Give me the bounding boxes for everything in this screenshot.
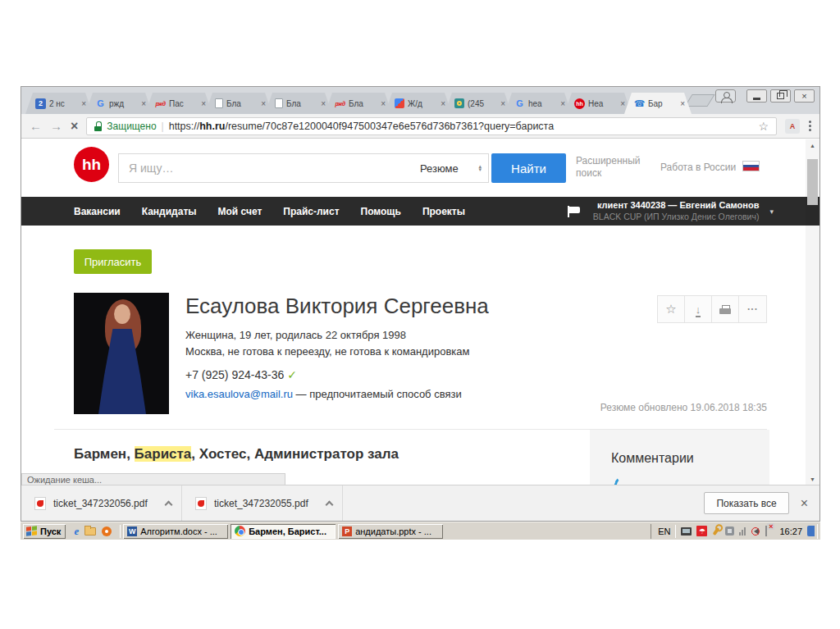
taskbar-item-word[interactable]: W Алгоритм.docx - ...	[123, 524, 228, 539]
tab-close-icon[interactable]: ×	[441, 99, 445, 108]
tab-close-icon[interactable]: ×	[620, 99, 625, 108]
tab-close-icon[interactable]: ×	[141, 99, 146, 108]
bookmark-star-icon[interactable]: ☆	[758, 120, 769, 133]
scrollbar-thumb[interactable]	[807, 159, 818, 205]
task-label: Бармен, Барист...	[249, 526, 326, 536]
candidate-personal: Женщина, 19 лет, родилась 22 октября 199…	[185, 329, 406, 341]
chevron-up-icon[interactable]	[165, 500, 173, 508]
stop-icon[interactable]: ×	[71, 120, 78, 133]
tab-close-icon[interactable]: ×	[201, 99, 206, 108]
avira-umbrella-icon[interactable]: ☂	[696, 526, 707, 536]
profile-icon[interactable]	[715, 89, 736, 103]
verified-check-icon: ✓	[287, 368, 297, 381]
chevron-up-icon[interactable]	[326, 500, 334, 508]
search-type-select[interactable]: Резюме ▴▾	[410, 153, 489, 183]
tab-rzd-blank[interactable]: ржд Бла ×	[325, 93, 392, 114]
russia-flag-icon[interactable]	[742, 161, 760, 171]
muted-speaker-icon[interactable]	[751, 528, 759, 535]
nav-item-pricelist[interactable]: Прайс-лист	[283, 206, 339, 217]
tab-blank-2[interactable]: Бла ×	[265, 93, 332, 114]
language-indicator[interactable]: EN	[658, 526, 670, 536]
email-link[interactable]: vika.esaulova@mail.ru	[185, 388, 293, 400]
alert-flag-icon[interactable]	[765, 526, 774, 536]
tab-google-rzd[interactable]: G ржд ×	[85, 93, 153, 114]
nav-item-projects[interactable]: Проекты	[422, 206, 465, 217]
hh-logo[interactable]: hh	[74, 147, 109, 182]
advanced-search-link[interactable]: Расширенныйпоиск	[576, 155, 641, 180]
tab-railway-map[interactable]: Ж/д ×	[385, 93, 452, 114]
tab-notifications[interactable]: 2 2 нс ×	[25, 93, 93, 114]
phone-icon: ☎	[634, 98, 645, 109]
client-org: BLACK CUP (ИП Улизко Денис Олегович)	[593, 212, 760, 222]
chrome-menu-icon[interactable]	[808, 121, 811, 131]
device-tray-icon[interactable]	[725, 526, 734, 536]
tab-close-icon[interactable]: ×	[560, 99, 565, 108]
folder-icon[interactable]	[84, 527, 96, 536]
tab-headhunter[interactable]: hh Hea ×	[564, 93, 632, 114]
tray-divider	[675, 525, 676, 538]
pdf-extension-icon[interactable]: A	[785, 119, 800, 134]
browser-toolbar: ← → × Защищено | https://hh.ru/resume/70…	[21, 114, 819, 139]
display-tray-icon[interactable]	[681, 527, 692, 536]
forward-icon[interactable]: →	[50, 120, 62, 132]
powerpoint-icon: P	[342, 526, 352, 536]
favorite-button[interactable]: ☆	[658, 296, 685, 322]
key-tray-icon[interactable]	[713, 526, 720, 535]
tab-blank-1[interactable]: Бла ×	[205, 93, 272, 114]
nav-item-candidates[interactable]: Кандидаты	[142, 206, 197, 217]
search-input[interactable]	[118, 153, 411, 183]
maximize-button[interactable]	[770, 89, 791, 103]
tab-rzd-passengers[interactable]: ржд Пас ×	[145, 93, 212, 114]
signal-tray-icon[interactable]	[739, 527, 746, 536]
download-item[interactable]: ticket_347232055.pdf	[182, 485, 343, 521]
tab-close-icon[interactable]: ×	[81, 99, 86, 108]
tab-close-icon[interactable]: ×	[261, 99, 266, 108]
address-bar[interactable]: Защищено | https://hh.ru/resume/70c87e12…	[86, 117, 777, 135]
star-icon: ☆	[665, 302, 676, 317]
close-downloads-icon[interactable]: ×	[801, 497, 808, 510]
system-tray: EN ☂ 16:27	[651, 524, 818, 539]
client-menu[interactable]: клиент 3440238 — Евгений Самонов BLACK C…	[568, 197, 774, 226]
print-button[interactable]	[712, 296, 739, 322]
tab-title: Бла	[226, 99, 258, 108]
region-link[interactable]: Работа в России	[660, 162, 736, 173]
nav-item-account[interactable]: Мой счет	[218, 206, 262, 217]
tab-close-icon[interactable]: ×	[680, 99, 685, 108]
download-button[interactable]: ↓	[685, 296, 712, 322]
media-player-icon[interactable]	[102, 526, 112, 536]
blue-tray-icon[interactable]	[807, 526, 815, 536]
tab-close-icon[interactable]: ×	[321, 99, 326, 108]
scroll-down-icon[interactable]: ▼	[806, 473, 819, 485]
nav-item-help[interactable]: Помощь	[361, 206, 401, 217]
browser-window: 2 2 нс × G ржд × ржд Пас × Бла ×	[21, 86, 820, 522]
start-button[interactable]: Пуск	[23, 524, 66, 539]
url-scheme: https://	[169, 121, 200, 132]
taskbar-item-chrome[interactable]: Бармен, Барист...	[231, 524, 336, 539]
task-label: андидаты.pptx - ...	[355, 526, 431, 536]
download-item[interactable]: ticket_347232056.pdf	[21, 485, 182, 521]
candidate-phone: +7 (925) 924-43-36✓	[185, 368, 297, 381]
tab-close-icon[interactable]: ×	[500, 99, 505, 108]
clock: 16:27	[779, 526, 802, 536]
scroll-up-icon[interactable]: ▲	[806, 139, 819, 151]
more-button[interactable]: ...	[739, 296, 766, 322]
back-icon[interactable]: ←	[30, 120, 42, 132]
page-scrollbar[interactable]: ▲ ▼	[806, 139, 819, 485]
minimize-button[interactable]	[746, 89, 767, 103]
tab-google-hea[interactable]: G hea ×	[504, 93, 572, 114]
invite-button[interactable]: Пригласить	[74, 249, 152, 274]
tab-mail[interactable]: (245 ×	[445, 93, 512, 114]
taskbar-item-powerpoint[interactable]: P андидаты.pptx - ...	[338, 524, 443, 539]
window-controls: ×	[715, 89, 815, 103]
search-button[interactable]: Найти	[491, 153, 566, 183]
highlighted-query: Бариста	[135, 446, 192, 462]
close-button[interactable]: ×	[794, 89, 815, 103]
tab-close-icon[interactable]: ×	[381, 99, 386, 108]
show-all-downloads-button[interactable]: Показать все	[704, 492, 788, 514]
resume-actions: ☆ ↓ ...	[657, 295, 767, 323]
download-filename: ticket_347232055.pdf	[214, 498, 319, 509]
nav-item-vacancies[interactable]: Вакансии	[74, 206, 121, 217]
internet-explorer-icon[interactable]: e	[74, 526, 79, 536]
windows-logo-icon	[26, 526, 37, 536]
tab-active-resume[interactable]: ☎ Бар ×	[624, 93, 692, 114]
